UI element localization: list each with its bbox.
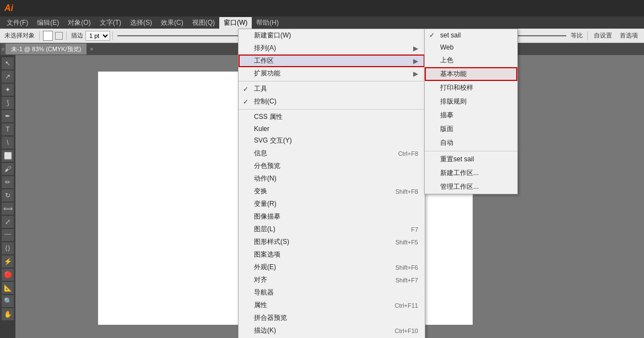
menu-kuler[interactable]: Kuler — [239, 123, 425, 134]
tool-pen[interactable]: ✒ — [2, 110, 14, 122]
shortcut-attributes: Ctrl+F11 — [395, 302, 419, 309]
menu-appearance[interactable]: 外观(E) Shift+F6 — [239, 261, 425, 274]
arrow-icon: ▶ — [413, 45, 418, 52]
menu-layers[interactable]: 图层(L) F7 — [239, 223, 425, 236]
settings-button[interactable]: 自设置 — [590, 30, 616, 41]
menu-effect[interactable]: 效果(C) — [156, 17, 188, 29]
stroke-label: 描边 — [69, 31, 85, 40]
menu-view[interactable]: 视图(Q) — [188, 17, 219, 29]
tool-zoom[interactable]: 🔍 — [2, 295, 14, 307]
check-icon: ✓ — [429, 31, 435, 39]
menu-help[interactable]: 帮助(H) — [252, 17, 283, 29]
arrow-icon: ▶ — [413, 70, 418, 78]
tab-handle[interactable]: ≡ — [1, 43, 6, 55]
check-icon: ✓ — [243, 85, 248, 93]
menu-text[interactable]: 文字(T) — [95, 17, 126, 29]
workspace-new[interactable]: 新建工作区... — [425, 166, 517, 180]
menu-edit[interactable]: 编辑(E) — [33, 17, 63, 29]
menu-file[interactable]: 文件(F) — [2, 17, 33, 29]
tool-magic-wand[interactable]: ✦ — [2, 84, 14, 96]
title-bar: Ai — [0, 0, 644, 17]
menu-new-window[interactable]: 新建窗口(W) — [239, 29, 425, 42]
tool-rotate[interactable]: ↻ — [2, 189, 14, 201]
tool-rect[interactable]: ⬜ — [2, 150, 14, 162]
toolbox: ↖ ↗ ✦ ⟆ ✒ T \ ⬜ 🖌 ✏ ↻ ⟺ ⤢ 〰 ⟨⟩ ⚡ 🔴 📐 🔍 ✋ — [0, 55, 15, 338]
tool-hand[interactable]: ✋ — [2, 308, 14, 320]
separator-2 — [239, 109, 425, 110]
first-button[interactable]: 首选项 — [616, 30, 642, 41]
menu-separation[interactable]: 分色预览 — [239, 160, 425, 172]
menu-pattern[interactable]: 图案选项 — [239, 248, 425, 261]
workspace-print[interactable]: 打印和校样 — [425, 81, 517, 95]
shortcut-align: Shift+F7 — [396, 277, 418, 284]
tool-eyedrop[interactable]: 🔴 — [2, 269, 14, 281]
workspace-manage[interactable]: 管理工作区... — [425, 180, 517, 194]
shortcut-appearance: Shift+F6 — [396, 264, 418, 271]
menu-extensions[interactable]: 扩展功能 ▶ — [239, 67, 425, 80]
shortcut-transform: Shift+F8 — [396, 188, 418, 195]
menu-bar: 文件(F) 编辑(E) 对象(O) 文字(T) 选择(S) 效果(C) 视图(Q… — [0, 17, 644, 29]
menu-arrange[interactable]: 排列(A) ▶ — [239, 42, 425, 54]
menu-graphic-styles[interactable]: 图形样式(S) Shift+F5 — [239, 236, 425, 248]
toolbar-divider-3 — [112, 31, 113, 40]
tool-scale[interactable]: ⤢ — [2, 216, 14, 228]
workspace-basic[interactable]: 基本功能 — [425, 67, 517, 81]
menu-object[interactable]: 对象(O) — [63, 17, 95, 29]
workspace-layout[interactable]: 版面 — [425, 122, 517, 136]
select-label: 未选择对象 — [2, 31, 37, 40]
menu-align[interactable]: 对齐 Shift+F7 — [239, 274, 425, 286]
menu-flattener[interactable]: 拼合器预览 — [239, 312, 425, 324]
fill-swatch[interactable] — [43, 31, 53, 41]
separator-1 — [239, 81, 425, 81]
workspace-set-sail[interactable]: ✓ set sail — [425, 29, 517, 41]
menu-css[interactable]: CSS 属性 — [239, 111, 425, 123]
workspace-trace[interactable]: 描摹 — [425, 108, 517, 122]
app-logo: Ai — [4, 3, 13, 13]
tool-blend[interactable]: ⚡ — [2, 255, 14, 268]
workspace-reset[interactable]: 重置set sail — [425, 152, 517, 166]
menu-navigator[interactable]: 导航器 — [239, 286, 425, 299]
shortcut-stroke: Ctrl+F10 — [395, 328, 419, 334]
menu-attributes[interactable]: 属性 Ctrl+F11 — [239, 299, 425, 312]
workspace-submenu: ✓ set sail Web 上色 基本功能 打印和校样 排版规则 描摹 版面 … — [424, 29, 518, 194]
tool-paintbrush[interactable]: 🖌 — [2, 163, 14, 175]
stroke-swatch[interactable] — [55, 32, 63, 40]
toolbar-divider-2 — [66, 31, 67, 40]
tool-reflect[interactable]: ⟺ — [2, 203, 14, 215]
check-icon: ✓ — [243, 98, 248, 106]
window-menu-dropdown: 新建窗口(W) 排列(A) ▶ 工作区 ▶ 扩展功能 ▶ ✓ 工具 ✓ 控制(C… — [238, 29, 425, 338]
stroke-width-select[interactable]: 1 pt — [85, 31, 110, 41]
workspace-web[interactable]: Web — [425, 41, 517, 53]
tool-pencil[interactable]: ✏ — [2, 176, 14, 188]
menu-trace[interactable]: 图像描摹 — [239, 210, 425, 223]
menu-window[interactable]: 窗口(W) — [219, 17, 252, 29]
menu-info[interactable]: 信息 Ctrl+F8 — [239, 147, 425, 160]
tool-select[interactable]: ↖ — [2, 57, 14, 69]
shortcut-info: Ctrl+F8 — [398, 150, 418, 157]
toolbar-divider-4 — [587, 31, 588, 40]
tool-type[interactable]: T — [2, 123, 14, 135]
menu-actions[interactable]: 动作(N) — [239, 172, 425, 185]
workspace-separator — [425, 151, 517, 151]
tool-line[interactable]: \ — [2, 137, 14, 149]
menu-select[interactable]: 选择(S) — [126, 17, 156, 29]
menu-workspace[interactable]: 工作区 ▶ — [239, 54, 425, 67]
menu-variables[interactable]: 变量(R) — [239, 198, 425, 210]
workspace-color[interactable]: 上色 — [425, 53, 517, 67]
tool-direct-select[interactable]: ↗ — [2, 70, 14, 83]
menu-transform[interactable]: 变换 Shift+F8 — [239, 185, 425, 198]
menu-stroke[interactable]: 描边(K) Ctrl+F10 — [239, 324, 425, 337]
tab-close[interactable]: × — [88, 46, 95, 52]
workspace-typography[interactable]: 排版规则 — [425, 95, 517, 108]
tab-document[interactable]: 未-1 @ 83% (CMYK/预览) — [6, 43, 86, 54]
tool-warp[interactable]: 〰 — [2, 229, 14, 241]
menu-control[interactable]: ✓ 控制(C) — [239, 95, 425, 108]
tool-width[interactable]: ⟨⟩ — [2, 242, 14, 254]
tool-measure[interactable]: 📐 — [2, 282, 14, 294]
ratio-label: 等比 — [569, 31, 585, 40]
menu-tools[interactable]: ✓ 工具 — [239, 83, 425, 95]
workspace-auto[interactable]: 自动 — [425, 136, 517, 150]
tool-lasso[interactable]: ⟆ — [2, 97, 14, 109]
menu-svg[interactable]: SVG 交互(Y) — [239, 134, 425, 147]
shortcut-layers: F7 — [411, 226, 418, 233]
